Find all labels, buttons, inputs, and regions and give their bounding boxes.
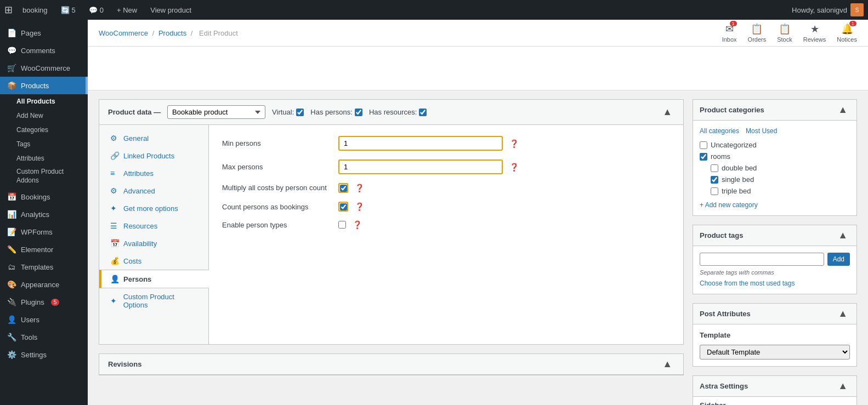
cat-checkbox-triple-bed[interactable]	[711, 187, 718, 195]
sidebar-item-tools[interactable]: 🔧 Tools	[0, 328, 88, 346]
stock-icon-item[interactable]: 📋 Stock	[777, 23, 792, 43]
user-info: Howdy, salonigvd S	[792, 3, 864, 16]
tab-linked-products[interactable]: 🔗 Linked Products	[99, 147, 208, 164]
astra-settings-collapse-button[interactable]: ▲	[836, 380, 850, 392]
post-attributes-postbox: Post Attributes ▲ Template Default Templ…	[693, 303, 857, 367]
product-tags-header: Product tags ▲	[693, 225, 856, 246]
max-persons-input[interactable]	[338, 159, 503, 174]
cat-label-triple-bed: triple bed	[722, 187, 751, 195]
submenu-all-products[interactable]: All Products	[0, 94, 88, 109]
tab-general[interactable]: ⚙ General	[99, 129, 208, 147]
reviews-icon-item[interactable]: ★ Reviews	[803, 23, 826, 43]
sidebar-item-wpforms[interactable]: 📝 WPForms	[0, 223, 88, 241]
analytics-icon: 📊	[7, 210, 16, 219]
tab-get-more-options[interactable]: ✦ Get more options	[99, 199, 208, 217]
revisions-collapse-button[interactable]: ▲	[660, 358, 674, 370]
sidebar-item-plugins[interactable]: 🔌 Plugins 5	[0, 293, 88, 311]
has-persons-checkbox[interactable]	[355, 109, 362, 116]
notices-icon-item[interactable]: 🔔 1 Notices	[837, 23, 857, 43]
tab-persons[interactable]: 👤 Persons	[99, 270, 209, 288]
stock-label: Stock	[777, 36, 792, 43]
revisions-title: Revisions	[108, 360, 141, 368]
sidebar-item-bookings[interactable]: 📅 Bookings	[0, 188, 88, 206]
advanced-tab-icon: ⚙	[110, 186, 119, 195]
tab-costs[interactable]: 💰 Costs	[99, 252, 208, 270]
sidebar-item-products[interactable]: 📦 Products	[0, 77, 88, 94]
notices-badge: 1	[849, 21, 856, 26]
tags-add-button[interactable]: Add	[827, 253, 850, 266]
sidebar-item-woocommerce[interactable]: 🛒 WooCommerce	[0, 59, 88, 77]
inbox-icon-item[interactable]: ✉ 1 Inbox	[722, 23, 737, 43]
submenu-custom-product-addons[interactable]: Custom Product Addons	[0, 166, 88, 188]
has-persons-check: Has persons:	[310, 108, 362, 116]
has-resources-check: Has resources:	[369, 108, 427, 116]
product-type-select[interactable]: Bookable product Simple product Variable…	[167, 105, 265, 119]
comments-item[interactable]: 💬 0	[86, 6, 107, 14]
submenu-attributes[interactable]: Attributes	[0, 151, 88, 166]
sidebar-item-pages[interactable]: 📄 Pages	[0, 24, 88, 42]
cat-checkbox-uncategorized[interactable]	[700, 141, 707, 149]
count-persons-checkbox-wrap	[338, 202, 348, 212]
comments-label: Comments	[21, 47, 55, 55]
cat-checkbox-rooms[interactable]	[700, 153, 707, 161]
tab-advanced[interactable]: ⚙ Advanced	[99, 182, 208, 199]
edit-page-sidebar: Product categories ▲ All categories Most…	[693, 99, 857, 405]
view-product-link[interactable]: View product	[147, 6, 195, 14]
categories-collapse-button[interactable]: ▲	[836, 104, 850, 116]
tab-availability[interactable]: 📅 Availability	[99, 235, 208, 252]
site-name[interactable]: booking	[19, 6, 51, 14]
cat-tab-all[interactable]: All categories	[700, 127, 739, 135]
breadcrumb-products[interactable]: Products	[158, 29, 186, 37]
product-tags-collapse-button[interactable]: ▲	[836, 230, 850, 241]
sidebar-item-users[interactable]: 👤 Users	[0, 311, 88, 328]
general-tab-icon: ⚙	[110, 134, 119, 142]
virtual-checkbox[interactable]	[296, 109, 304, 116]
min-persons-input[interactable]	[338, 136, 503, 151]
cat-checkbox-double-bed[interactable]	[711, 164, 718, 172]
tags-input[interactable]	[700, 253, 824, 266]
sidebar-item-appearance[interactable]: 🎨 Appearance	[0, 276, 88, 293]
submenu-categories[interactable]: Categories	[0, 123, 88, 137]
has-resources-checkbox[interactable]	[419, 109, 427, 116]
updates-item[interactable]: 🔄 5	[58, 6, 79, 14]
multiply-costs-row: Multiply all costs by person count ❓	[222, 183, 670, 193]
submenu-tags[interactable]: Tags	[0, 137, 88, 151]
product-data-collapse-button[interactable]: ▲	[660, 106, 674, 118]
avatar: S	[850, 3, 864, 16]
reviews-icon: ★	[810, 23, 819, 35]
costs-tab-label: Costs	[123, 257, 141, 265]
admin-sidebar: 📄 Pages 💬 Comments 🛒 WooCommerce 📦 Produ…	[0, 20, 88, 405]
persons-tab-icon: 👤	[110, 275, 119, 283]
cat-checkbox-single-bed[interactable]	[711, 176, 718, 184]
astra-settings-postbox: Astra Settings ▲ Sidebar	[693, 375, 857, 405]
sidebar-item-settings[interactable]: ⚙️ Settings	[0, 346, 88, 363]
updates-icon: 🔄	[61, 6, 70, 14]
enable-person-types-row: Enable person types ❓	[222, 220, 670, 229]
categories-postbox: Product categories ▲ All categories Most…	[693, 99, 857, 216]
count-persons-checkbox[interactable]	[340, 203, 347, 210]
enable-person-types-checkbox[interactable]	[338, 221, 346, 229]
sidebar-item-templates[interactable]: 🗂 Templates	[0, 258, 88, 276]
tab-custom-product-options[interactable]: ✦ Custom Product Options	[99, 288, 208, 313]
post-attributes-collapse-button[interactable]: ▲	[836, 308, 850, 320]
template-select[interactable]: Default Template Full Width Sidebar Left…	[700, 345, 850, 360]
min-persons-row: Min persons ❓	[222, 136, 670, 151]
count-persons-label: Count persons as bookings	[222, 203, 332, 211]
new-content-button[interactable]: + New	[114, 6, 140, 14]
submenu-add-new[interactable]: Add New	[0, 109, 88, 123]
stock-icon: 📋	[779, 23, 791, 35]
choose-tags-link[interactable]: Choose from the most used tags	[700, 279, 795, 287]
cat-tab-most-used[interactable]: Most Used	[746, 127, 777, 135]
sidebar-item-elementor[interactable]: ✏️ Elementor	[0, 241, 88, 258]
elementor-label: Elementor	[21, 246, 53, 254]
tab-resources[interactable]: ☰ Resources	[99, 217, 208, 235]
sidebar-item-comments[interactable]: 💬 Comments	[0, 42, 88, 59]
product-tags-content: Add Separate tags with commas Choose fro…	[693, 246, 856, 294]
orders-icon-item[interactable]: 📋 Orders	[748, 23, 767, 43]
tab-attributes[interactable]: ≡ Attributes	[99, 164, 208, 182]
sidebar-item-analytics[interactable]: 📊 Analytics	[0, 206, 88, 223]
tags-input-row: Add	[700, 253, 850, 266]
breadcrumb-woocommerce[interactable]: WooCommerce	[99, 29, 148, 37]
add-new-category-link[interactable]: + Add new category	[700, 201, 758, 209]
multiply-costs-checkbox[interactable]	[340, 185, 347, 192]
